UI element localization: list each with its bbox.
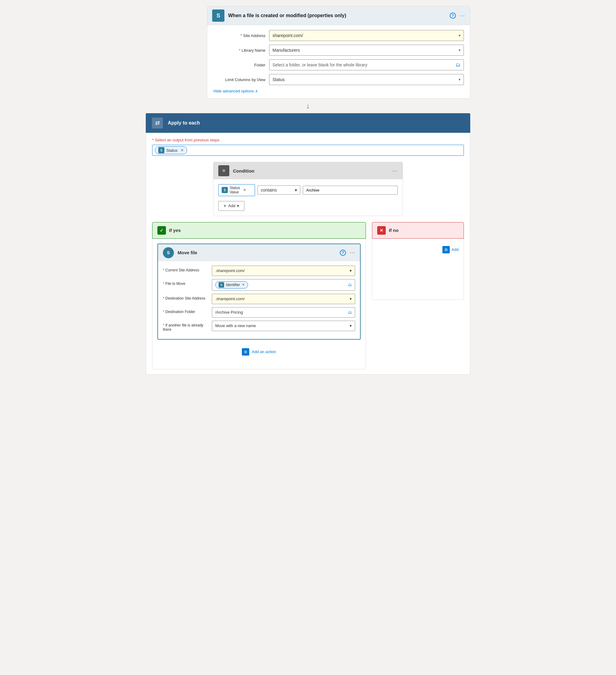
limit-columns-chevron: ▾ [459,77,461,82]
branch-yes: ✓ If yes S Move file ? [152,222,366,369]
token-close-icon[interactable]: ✕ [181,148,184,152]
mf-dest-site-chevron: ▾ [350,297,352,301]
condition-token-text: StatusValue [230,186,240,195]
limit-columns-label: Limit Columns by View [213,77,265,82]
select-output-label: * Select an output from previous steps [152,138,464,142]
condition-token: S StatusValue ✕ [218,184,255,196]
operator-chevron: ▾ [295,188,297,193]
condition-value-input[interactable] [303,186,398,195]
mf-dest-site-value: .sharepoint.com/ [215,297,245,301]
mf-dest-folder-icon: 🗂 [348,310,352,314]
library-name-value: Manufacturers [272,48,300,53]
limit-columns-row: Limit Columns by View Status ▾ [213,74,464,85]
add-action-btn[interactable]: ⊞ Add an action [237,346,281,358]
move-file-title: Move file [178,250,336,255]
apply-each-header: ⇄ Apply to each [146,113,470,133]
branch-no: ✕ If no ⊞ Add [372,222,464,369]
plus-icon: + [223,203,226,209]
condition-token-icon: S [222,187,228,193]
library-name-row: * Library Name Manufacturers ▾ [213,45,464,56]
apply-each-title: Apply to each [168,120,200,126]
add-action-icon: ⊞ [242,348,249,356]
mf-current-site-label: * Current Site Address [163,266,209,272]
site-address-label: * Site Address [213,33,265,38]
mf-dest-site-row: * Destination Site Address .sharepoint.c… [163,294,355,304]
trigger-menu-icon[interactable]: ··· [460,12,465,19]
branch-yes-header: ✓ If yes [152,222,366,239]
branch-yes-label: If yes [169,228,181,233]
hide-advanced-btn[interactable]: Hide advanced options ∧ [213,89,464,93]
limit-columns-value: Status [272,77,285,82]
trigger-body: * Site Address sharepoint.com/ ▾ * Libra… [207,25,470,98]
mf-file-to-move-row: * File to Move S Identifier ✕ 🗂 [163,279,355,291]
condition-title: Condition [233,168,255,173]
condition-menu-icon[interactable]: ··· [392,168,398,174]
condition-header: ≡ Condition ··· [213,162,403,179]
token-row[interactable]: S Status ✕ [152,145,464,156]
mf-file-folder-icon: 🗂 [348,283,352,287]
branch-no-header: ✕ If no [372,222,464,239]
folder-input[interactable]: Select a folder, or leave blank for the … [269,59,464,70]
library-name-chevron: ▾ [459,48,461,52]
limit-columns-input[interactable]: Status ▾ [269,74,464,85]
condition-area: ≡ Condition ··· S StatusValue ✕ [152,162,464,216]
mf-dest-folder-row: * Destination Folder /Archive Pricing 🗂 [163,307,355,318]
branch-no-body: ⊞ Add [372,239,464,300]
mf-current-site-chevron: ▾ [350,268,352,273]
folder-label: Folder [213,63,265,67]
identifier-token-icon: S [219,282,224,288]
mf-if-another-input[interactable]: Move with a new name ▾ [212,321,355,331]
move-file-header: S Move file ? ··· [158,244,360,261]
identifier-token-close[interactable]: ✕ [242,283,245,287]
add-in-no-btn[interactable]: ⊞ Add [377,243,459,256]
branch-yes-body: S Move file ? ··· [152,239,366,369]
condition-card: ≡ Condition ··· S StatusValue ✕ [213,162,403,216]
arrow-connector: ↓ [146,98,470,113]
add-button-row: + Add ▾ [218,201,398,211]
identifier-token-text: Identifier [226,283,240,287]
site-address-row: * Site Address sharepoint.com/ ▾ [213,30,464,41]
library-name-label: * Library Name [213,48,265,53]
mf-dest-folder-input[interactable]: /Archive Pricing 🗂 [212,307,355,318]
add-action-area: ⊞ Add an action [157,346,361,364]
add-chevron: ▾ [237,204,239,208]
yes-icon: ✓ [157,226,166,235]
mf-if-another-value: Move with a new name [215,323,256,328]
mf-current-site-value: .sharepoint.com/ [215,268,245,273]
folder-placeholder: Select a folder, or leave blank for the … [272,62,367,67]
token-label: Status [166,148,178,153]
trigger-title: When a file is created or modified (prop… [228,13,446,18]
condition-row: S StatusValue ✕ contains ▾ [218,184,398,196]
no-icon: ✕ [377,226,386,235]
move-file-menu-icon[interactable]: ··· [350,249,355,256]
mf-dest-folder-label: * Destination Folder [163,307,209,314]
site-address-input[interactable]: sharepoint.com/ ▾ [269,30,464,41]
condition-body: S StatusValue ✕ contains ▾ [213,179,403,216]
move-file-body: * Current Site Address .sharepoint.com/ … [158,261,360,339]
mf-file-to-move-input[interactable]: S Identifier ✕ 🗂 [212,279,355,291]
trigger-header: S When a file is created or modified (pr… [207,6,470,25]
move-file-icon: S [163,247,174,258]
condition-token-close[interactable]: ✕ [243,188,246,192]
mf-current-site-row: * Current Site Address .sharepoint.com/ … [163,266,355,276]
library-name-input[interactable]: Manufacturers ▾ [269,45,464,56]
condition-icon: ≡ [218,165,229,176]
mf-dest-site-label: * Destination Site Address [163,294,209,300]
folder-row: Folder Select a folder, or leave blank f… [213,59,464,70]
mf-current-site-input[interactable]: .sharepoint.com/ ▾ [212,266,355,276]
move-file-card: S Move file ? ··· [157,243,361,340]
branches: ✓ If yes S Move file ? [152,222,464,369]
mf-dest-folder-value: /Archive Pricing [215,310,243,314]
site-address-value: sharepoint.com/ [272,33,303,38]
condition-operator[interactable]: contains ▾ [258,185,300,195]
mf-dest-site-input[interactable]: .sharepoint.com/ ▾ [212,294,355,304]
trigger-help-icon[interactable]: ? [450,12,456,19]
move-file-help-icon[interactable]: ? [340,250,346,256]
folder-icon: 🗂 [456,62,461,68]
trigger-icon: S [212,9,224,22]
add-condition-btn[interactable]: + Add ▾ [218,201,244,211]
mf-if-another-chevron: ▾ [350,323,352,328]
branch-no-label: If no [389,228,399,233]
mf-file-to-move-label: * File to Move [163,279,209,286]
token-icon: S [158,147,164,153]
